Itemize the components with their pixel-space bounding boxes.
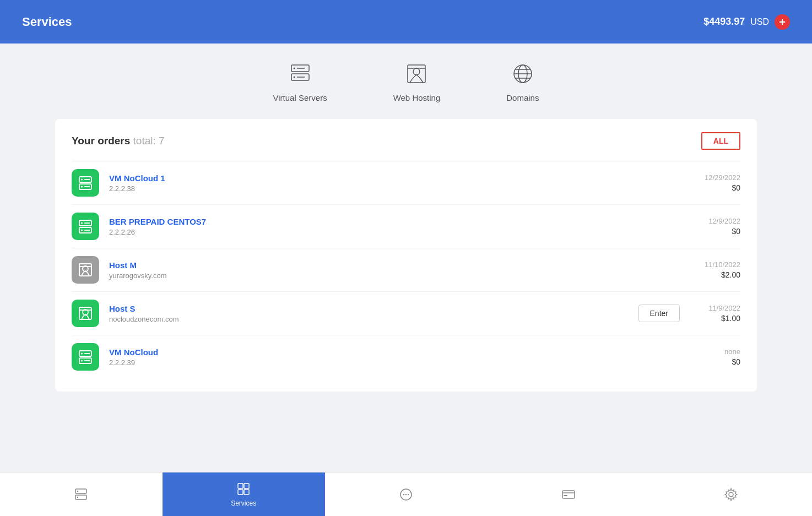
bottom-nav-settings[interactable] [649, 472, 812, 516]
order-price-1: $0 [691, 183, 740, 192]
svg-point-35 [81, 360, 83, 362]
order-actions-2: 12/9/2022 $0 [691, 217, 740, 236]
category-web-hosting[interactable]: Web Hosting [393, 60, 441, 102]
order-name-3: Host M [109, 260, 691, 270]
credit-card-icon [561, 487, 576, 502]
svg-point-22 [81, 222, 83, 224]
svg-point-17 [81, 186, 83, 188]
svg-rect-45 [244, 490, 249, 495]
order-actions-4: Enter 11/9/2022 $1.00 [638, 304, 740, 323]
order-icon-1 [72, 169, 99, 197]
bottom-nav-servers[interactable] [0, 472, 163, 516]
order-sub-3: yurarogovsky.com [109, 271, 691, 280]
order-name-4: Host S [109, 304, 638, 313]
order-sub-4: nocloudzonecom.com [109, 315, 638, 323]
order-item-2[interactable]: BER PREPAID CENTOS7 2.2.2.26 12/9/2022 $… [72, 204, 740, 248]
bottom-nav-messages[interactable] [325, 472, 488, 516]
order-info-1: VM NoCloud 1 2.2.2.38 [109, 173, 691, 193]
orders-title: Your orders total: 7 [72, 135, 165, 146]
order-sub-2: 2.2.2.26 [109, 228, 691, 236]
svg-point-7 [413, 68, 420, 75]
header: Services $4493.97 USD + [0, 0, 812, 44]
orders-list: VM NoCloud 1 2.2.2.38 12/29/2022 $0 BER … [72, 161, 740, 378]
order-meta-4: 11/9/2022 $1.00 [691, 304, 740, 323]
svg-point-16 [81, 179, 83, 181]
order-actions-5: none $0 [691, 347, 740, 366]
web-hosting-icon [403, 60, 430, 88]
order-item-4[interactable]: Host S nocloudzonecom.com Enter 11/9/202… [72, 291, 740, 335]
main-content: Virtual Servers Web Hosting [0, 44, 812, 472]
order-meta-2: 12/9/2022 $0 [691, 217, 740, 236]
order-meta-1: 12/29/2022 $0 [691, 173, 740, 192]
order-date-4: 11/9/2022 [691, 304, 740, 312]
services-nav-label: Services [231, 499, 256, 507]
order-info-2: BER PREPAID CENTOS7 2.2.2.26 [109, 217, 691, 236]
svg-point-49 [408, 493, 409, 495]
order-price-3: $2.00 [691, 270, 740, 279]
svg-point-48 [405, 493, 407, 495]
order-meta-5: none $0 [691, 347, 740, 366]
order-icon-2 [72, 213, 99, 240]
order-meta-3: 11/10/2022 $2.00 [691, 260, 740, 279]
grid-icon [236, 482, 251, 496]
order-name-5: VM NoCloud [109, 347, 691, 357]
svg-point-47 [403, 493, 404, 495]
virtual-servers-label: Virtual Servers [273, 93, 327, 102]
balance-currency: USD [750, 17, 769, 27]
order-sub-5: 2.2.2.39 [109, 359, 691, 367]
order-sub-1: 2.2.2.38 [109, 184, 691, 193]
balance-amount: $4493.97 [703, 16, 745, 28]
gear-icon [724, 487, 738, 502]
svg-rect-43 [244, 484, 249, 488]
balance-section: $4493.97 USD + [703, 14, 790, 30]
order-item-1[interactable]: VM NoCloud 1 2.2.2.38 12/29/2022 $0 [72, 161, 740, 204]
order-date-5: none [691, 347, 740, 356]
svg-point-41 [77, 496, 78, 497]
page-title: Services [22, 15, 72, 29]
bottom-nav: Services [0, 472, 812, 516]
category-domains[interactable]: Domains [506, 60, 539, 102]
order-name-2: BER PREPAID CENTOS7 [109, 217, 691, 226]
svg-point-40 [77, 490, 78, 491]
order-name-1: VM NoCloud 1 [109, 173, 691, 183]
virtual-servers-icon [286, 60, 314, 88]
bottom-nav-billing[interactable] [487, 472, 649, 516]
order-info-3: Host M yurarogovsky.com [109, 260, 691, 280]
order-price-4: $1.00 [691, 314, 740, 323]
order-price-2: $0 [691, 227, 740, 236]
bottom-nav-services[interactable]: Services [163, 472, 325, 516]
order-info-5: VM NoCloud 2.2.2.39 [109, 347, 691, 367]
orders-card: Your orders total: 7 ALL VM NoCloud 1 2.… [55, 119, 757, 392]
add-button[interactable]: + [775, 14, 790, 30]
orders-title-group: Your orders total: 7 [72, 135, 165, 147]
order-actions-1: 12/29/2022 $0 [691, 173, 740, 192]
order-date-3: 11/10/2022 [691, 260, 740, 269]
domains-label: Domains [506, 93, 539, 102]
order-item-5[interactable]: VM NoCloud 2.2.2.39 none $0 [72, 335, 740, 378]
svg-point-23 [81, 230, 83, 231]
category-virtual-servers[interactable]: Virtual Servers [273, 60, 327, 102]
orders-header: Your orders total: 7 ALL [72, 132, 740, 150]
category-nav: Virtual Servers Web Hosting [55, 60, 757, 102]
domains-icon [509, 60, 537, 88]
enter-button-4[interactable]: Enter [638, 305, 680, 322]
order-icon-4 [72, 300, 99, 327]
order-item-3[interactable]: Host M yurarogovsky.com 11/10/2022 $2.00 [72, 248, 740, 291]
chat-icon [399, 487, 413, 502]
svg-point-53 [729, 492, 733, 497]
svg-rect-6 [408, 65, 425, 83]
server-nav-icon [74, 487, 88, 502]
svg-point-34 [81, 353, 83, 355]
order-date-2: 12/9/2022 [691, 217, 740, 225]
order-icon-5 [72, 343, 99, 371]
order-actions-3: 11/10/2022 $2.00 [691, 260, 740, 279]
order-date-1: 12/29/2022 [691, 173, 740, 182]
order-icon-3 [72, 256, 99, 284]
svg-rect-50 [562, 491, 575, 498]
order-info-4: Host S nocloudzonecom.com [109, 304, 638, 323]
order-price-5: $0 [691, 357, 740, 366]
all-button[interactable]: ALL [701, 132, 740, 150]
svg-rect-44 [238, 490, 243, 495]
web-hosting-label: Web Hosting [393, 93, 441, 102]
svg-rect-42 [238, 484, 243, 488]
